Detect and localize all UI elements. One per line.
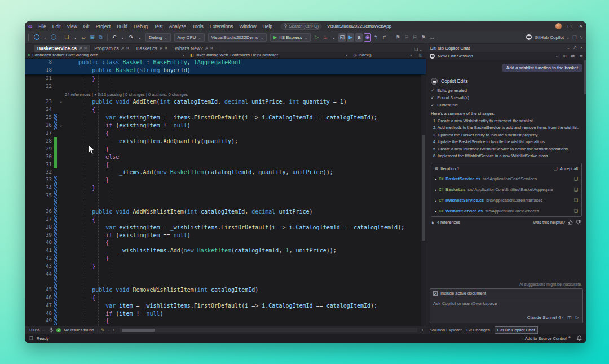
- start-without-debugging-icon[interactable]: ▷: [313, 33, 320, 42]
- next-bookmark-icon[interactable]: ⚐: [411, 33, 418, 42]
- solution-configuration-dropdown[interactable]: Debug⌄: [145, 33, 171, 42]
- new-session-icon[interactable]: ⊞: [563, 54, 567, 59]
- window-layout-icon[interactable]: ◱: [338, 33, 346, 42]
- undo-dropdown-icon[interactable]: ⌄: [119, 33, 126, 42]
- navigate-backward-code-icon[interactable]: ↰: [372, 33, 379, 42]
- tool-tab-solution-explorer[interactable]: Solution Explorer: [430, 327, 462, 332]
- menu-project[interactable]: Project: [93, 23, 113, 30]
- tool-tab-github-copilot-chat[interactable]: GitHub Copilot Chat: [495, 326, 538, 334]
- solution-platform-dropdown[interactable]: Any CPU⌄: [174, 33, 205, 42]
- pin-icon[interactable]: ⚲: [572, 45, 577, 50]
- pin-icon[interactable]: ⚲: [120, 46, 125, 51]
- menu-window[interactable]: Window: [236, 23, 259, 30]
- quick-search-input[interactable]: ⚲ Search (Ctrl+Q): [281, 23, 321, 30]
- open-diff-icon[interactable]: ❏: [574, 176, 578, 181]
- menu-view[interactable]: View: [64, 23, 80, 30]
- nav-back-dropdown-icon[interactable]: ⌄: [41, 33, 48, 42]
- new-chat-icon[interactable]: ⇄: [571, 54, 575, 59]
- scroll-left-icon[interactable]: ‹: [113, 327, 114, 332]
- redo-dropdown-icon[interactable]: ⌄: [136, 33, 143, 42]
- issues-status[interactable]: No issues found: [64, 327, 94, 332]
- send-message-icon[interactable]: ▷: [576, 315, 579, 320]
- tab-program-cs[interactable]: Program.cs⚲✕: [91, 45, 133, 52]
- editor-vertical-scrollbar[interactable]: [421, 75, 426, 326]
- editor-horizontal-scrollbar[interactable]: [120, 328, 417, 332]
- copilot-dropdown-icon[interactable]: ⌄: [567, 35, 570, 39]
- chat-window-dropdown-icon[interactable]: ⌄: [567, 46, 570, 50]
- close-tab-icon[interactable]: ✕: [164, 46, 167, 51]
- attach-context-icon[interactable]: ◫: [567, 315, 572, 320]
- hot-reload-dropdown-icon[interactable]: ⌄: [330, 33, 337, 42]
- thumbs-up-icon[interactable]: [568, 220, 573, 225]
- chat-history-icon[interactable]: ≣: [579, 54, 583, 59]
- tab-basket-cs[interactable]: Basket.cs⚲✕: [133, 45, 171, 52]
- open-diff-icon[interactable]: ❏: [574, 198, 578, 203]
- text-language-icon[interactable]: a: [355, 33, 363, 42]
- user-avatar[interactable]: [555, 23, 562, 29]
- toolbar-overflow-icon[interactable]: …: [428, 33, 435, 42]
- github-copilot-badge[interactable]: GitHub Copilot: [535, 35, 564, 40]
- code-cleanup-icon[interactable]: ✎: [101, 327, 104, 332]
- live-share-icon[interactable]: ∿: [579, 35, 583, 40]
- pin-icon[interactable]: ⚲: [158, 46, 164, 51]
- prev-bookmark-icon[interactable]: ⚐: [403, 33, 410, 42]
- edited-file-row[interactable]: ●C#Basket.cssrc\ApplicationCore\Entities…: [431, 184, 581, 195]
- save-all-icon[interactable]: ⧉: [97, 33, 104, 42]
- menu-tools[interactable]: Tools: [189, 23, 206, 30]
- edited-file-row[interactable]: ●C#BasketService.cssrc\ApplicationCore\S…: [431, 174, 581, 184]
- file-link[interactable]: IWishlistService.cs: [445, 198, 484, 203]
- thumbs-down-icon[interactable]: [576, 220, 581, 225]
- menu-file[interactable]: File: [36, 23, 49, 30]
- close-tab-icon[interactable]: ✕: [210, 46, 213, 51]
- close-button[interactable]: ✕: [577, 24, 584, 29]
- undo-icon[interactable]: ↶: [111, 33, 118, 42]
- save-icon[interactable]: ▣: [89, 33, 96, 42]
- fold-chevron-icon[interactable]: ⌄: [57, 122, 65, 130]
- send-feedback-icon[interactable]: ❑: [572, 35, 576, 40]
- navigate-forward-code-icon[interactable]: ↱: [381, 33, 388, 42]
- open-folder-icon[interactable]: ▱: [80, 33, 87, 42]
- code-cleanup-dropdown-icon[interactable]: ⌄: [107, 328, 110, 332]
- nav-back-icon[interactable]: ←: [33, 33, 40, 42]
- zoom-dropdown[interactable]: 100%⌄: [27, 327, 46, 332]
- new-file-icon[interactable]: ❏: [63, 33, 70, 42]
- file-link[interactable]: Basket.cs: [445, 187, 465, 192]
- open-diff-icon[interactable]: ❏: [574, 187, 578, 192]
- menu-build[interactable]: Build: [114, 23, 130, 30]
- split-window-icon[interactable]: ◫: [417, 53, 423, 57]
- toolbar-grip[interactable]: [28, 34, 30, 41]
- close-panel-icon[interactable]: ✕: [580, 46, 583, 50]
- menu-extensions[interactable]: Extensions: [207, 23, 236, 30]
- chat-transcript[interactable]: Add a wishlist function to the basket Co…: [426, 60, 586, 281]
- references-expander-icon[interactable]: ▶: [432, 220, 435, 224]
- notifications-bell-icon[interactable]: [577, 335, 582, 341]
- fold-chevron-icon[interactable]: ⌄: [57, 98, 65, 106]
- open-diff-icon[interactable]: ❏: [574, 208, 578, 214]
- maximize-button[interactable]: ▢: [566, 24, 573, 29]
- debug-with-copilot-icon[interactable]: ▶: [347, 33, 354, 42]
- redo-icon[interactable]: ↷: [127, 33, 135, 42]
- breadcrumb-member[interactable]: ◷ Index() ▾: [353, 52, 415, 57]
- menu-git[interactable]: Git: [81, 23, 92, 30]
- add-to-source-control-button[interactable]: ↑ Add to Source Control ⌃: [522, 336, 571, 341]
- nav-forward-icon[interactable]: →: [50, 33, 57, 42]
- start-debugging-button[interactable]: ▶IIS Express⌄: [270, 33, 311, 42]
- file-link[interactable]: BasketService.cs: [445, 176, 480, 181]
- menu-edit[interactable]: Edit: [50, 23, 64, 30]
- include-active-document-checkbox[interactable]: ✓: [433, 291, 438, 296]
- dictation-mic-icon[interactable]: [49, 327, 54, 333]
- session-title[interactable]: New Edit Session: [438, 54, 473, 59]
- tab-basketservice-cs[interactable]: BasketService.cs⚲✕: [34, 45, 91, 52]
- scroll-right-icon[interactable]: ›: [422, 327, 424, 332]
- new-file-dropdown-icon[interactable]: ⌄: [72, 33, 79, 42]
- toggle-bookmark-icon[interactable]: ⚑: [394, 33, 401, 42]
- tab-what-s-new-[interactable]: What's New?⚲✕: [171, 45, 217, 52]
- references-label[interactable]: 4 references: [437, 220, 461, 225]
- feedback-icon[interactable]: ❒: [29, 336, 33, 341]
- chat-scrollbar[interactable]: [584, 60, 586, 94]
- menu-debug[interactable]: Debug: [131, 23, 151, 30]
- edited-file-row[interactable]: ●C#WishlistService.cssrc\ApplicationCore…: [431, 206, 581, 216]
- breadcrumb-project[interactable]: ❖ FabrikamProduct.BikeSharing.Web ▾: [27, 52, 188, 57]
- code-editor[interactable]: 21 }2224 references | ● 0/13 passing | 0…: [25, 75, 426, 326]
- file-link[interactable]: WishlistService.cs: [445, 208, 483, 214]
